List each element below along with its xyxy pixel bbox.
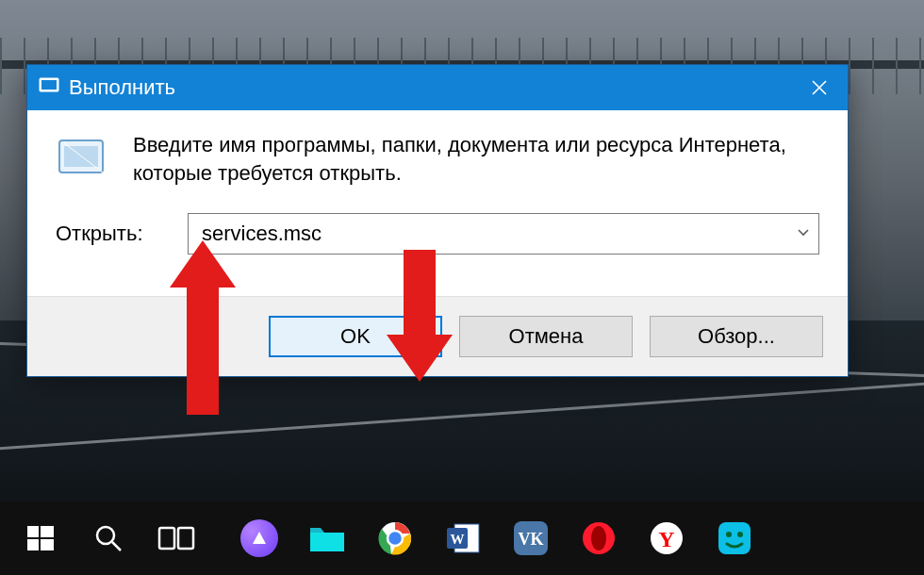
search-button[interactable] bbox=[77, 510, 140, 567]
title-bar[interactable]: Выполнить bbox=[27, 65, 848, 110]
svg-rect-10 bbox=[178, 528, 193, 549]
yandex-button[interactable]: Y bbox=[635, 510, 698, 567]
svg-rect-5 bbox=[41, 526, 54, 537]
open-label: Открыть: bbox=[56, 222, 188, 246]
files-button[interactable] bbox=[296, 510, 358, 567]
dialog-footer: OK Отмена Обзор... bbox=[27, 296, 848, 376]
svg-rect-6 bbox=[27, 539, 39, 550]
svg-rect-4 bbox=[27, 526, 39, 537]
magnifier-icon bbox=[92, 522, 124, 554]
run-dialog: Выполнить Введите имя программы, папки, … bbox=[26, 64, 849, 377]
run-body-icon bbox=[56, 135, 110, 186]
word-icon: W bbox=[445, 520, 481, 556]
start-button[interactable] bbox=[9, 510, 72, 567]
svg-point-26 bbox=[737, 532, 743, 537]
chevron-down-icon[interactable] bbox=[796, 224, 811, 243]
chrome-button[interactable] bbox=[364, 510, 426, 567]
svg-point-8 bbox=[97, 527, 114, 544]
close-button[interactable] bbox=[791, 65, 848, 110]
dialog-title: Выполнить bbox=[69, 75, 791, 100]
browse-button[interactable]: Обзор... bbox=[650, 316, 823, 357]
folder-icon bbox=[308, 522, 346, 554]
word-button[interactable]: W bbox=[432, 510, 494, 567]
svg-text:W: W bbox=[451, 532, 465, 547]
vk-icon: VK bbox=[512, 519, 550, 557]
svg-text:Y: Y bbox=[658, 527, 674, 551]
dialog-description: Введите имя программы, папки, документа … bbox=[133, 131, 819, 187]
svg-rect-9 bbox=[159, 528, 174, 549]
taskbar: W VK Y bbox=[0, 501, 924, 575]
svg-rect-24 bbox=[718, 522, 751, 554]
dialog-body: Введите имя программы, папки, документа … bbox=[27, 110, 848, 296]
close-icon bbox=[811, 79, 828, 96]
chrome-icon bbox=[377, 520, 413, 556]
svg-point-25 bbox=[726, 532, 732, 537]
svg-text:VK: VK bbox=[519, 530, 544, 549]
svg-rect-1 bbox=[41, 80, 57, 90]
run-titlebar-icon bbox=[39, 75, 59, 100]
command-input[interactable] bbox=[196, 222, 796, 246]
bluestacks-button[interactable] bbox=[703, 510, 766, 567]
alice-icon bbox=[240, 519, 278, 557]
svg-point-21 bbox=[591, 526, 606, 550]
cancel-button[interactable]: Отмена bbox=[459, 316, 633, 357]
windows-icon bbox=[25, 523, 56, 553]
opera-button[interactable] bbox=[568, 510, 630, 567]
svg-rect-7 bbox=[41, 539, 54, 550]
ok-button[interactable]: OK bbox=[269, 316, 442, 357]
svg-rect-11 bbox=[310, 533, 344, 551]
vk-button[interactable]: VK bbox=[500, 510, 562, 567]
command-combobox[interactable] bbox=[188, 213, 819, 255]
yandex-icon: Y bbox=[649, 520, 685, 556]
alice-button[interactable] bbox=[228, 510, 290, 567]
bluestacks-icon bbox=[716, 519, 753, 557]
taskview-icon bbox=[157, 524, 195, 552]
opera-icon bbox=[581, 520, 617, 556]
taskview-button[interactable] bbox=[145, 510, 207, 567]
